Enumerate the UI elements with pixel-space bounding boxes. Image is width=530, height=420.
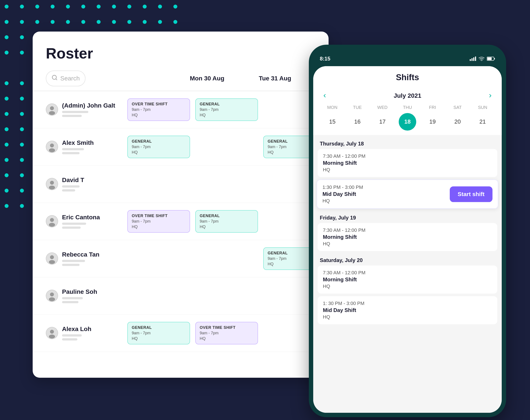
col-header-1: Tue 31 Aug [241, 75, 309, 82]
avatar [46, 178, 58, 190]
shift-item-location: HQ [323, 284, 365, 289]
svg-rect-26 [475, 57, 476, 61]
person-bar-2 [62, 227, 81, 229]
shift-badge[interactable]: GENERAL 9am - 7pm HQ [195, 210, 258, 233]
shift-time: 9am - 7pm [200, 331, 254, 335]
shift-day-header: Saturday, July 20 [318, 254, 497, 265]
person-bar-2 [62, 338, 77, 340]
calendar-day-labels: MONTUEWEDTHUFRISATSUN [320, 105, 495, 110]
shift-location: HQ [132, 150, 186, 155]
person-cell-3: Eric Cantona [46, 214, 125, 229]
person-bar-2 [62, 115, 82, 117]
shift-badge[interactable]: GENERAL 9am - 7pm HQ [127, 322, 190, 344]
svg-point-4 [49, 111, 55, 115]
cal-day-label: TUE [349, 105, 366, 110]
svg-point-6 [50, 144, 54, 147]
cal-day-label: SAT [449, 105, 466, 110]
shift-location: HQ [200, 225, 254, 229]
day-cell-0: GENERAL 9am - 7pm HQ [125, 318, 193, 348]
svg-rect-25 [473, 58, 474, 61]
cal-date-17[interactable]: 17 [374, 113, 391, 130]
svg-point-15 [50, 255, 54, 259]
avatar [46, 290, 58, 302]
shift-location: HQ [200, 336, 254, 341]
col-header-0: Mon 30 Aug [173, 75, 241, 82]
day-cell-0 [125, 292, 193, 299]
day-cell-0 [125, 244, 193, 274]
cal-day-label: MON [324, 105, 341, 110]
calendar-month: July 2021 [394, 92, 421, 99]
svg-point-12 [50, 218, 54, 222]
shift-badge[interactable]: OVER TIME SHIFT 9am - 7pm HQ [127, 98, 190, 121]
person-name: David T [62, 177, 84, 184]
search-box[interactable]: Search [46, 71, 86, 86]
start-shift-button[interactable]: Start shift [450, 186, 493, 202]
day-cell-1 [193, 244, 261, 274]
shift-time: 9am - 7pm [132, 107, 186, 112]
svg-rect-24 [471, 58, 472, 61]
cal-date-18[interactable]: 18 [399, 113, 416, 130]
person-info: Alexa Loh [62, 326, 91, 340]
prev-month-button[interactable] [320, 91, 329, 101]
svg-rect-29 [487, 58, 492, 60]
shift-item[interactable]: 1: 30 PM - 3:00 PM Mid Day Shift HQ [318, 296, 497, 324]
cal-day-label: THU [399, 105, 416, 110]
shift-time: 9am - 7pm [132, 145, 186, 149]
cal-date-16[interactable]: 16 [349, 113, 366, 130]
cal-date-15[interactable]: 15 [324, 113, 341, 130]
cal-date-20[interactable]: 20 [449, 113, 466, 130]
day-cell-1 [193, 132, 261, 162]
shift-badge[interactable]: GENERAL 9am - 7pm HQ [127, 136, 190, 158]
day-cell-0: OVER TIME SHIFT 9am - 7pm HQ [125, 95, 193, 124]
svg-point-27 [481, 60, 482, 61]
person-bar-2 [62, 301, 78, 303]
person-info: (Admin) John Galt [62, 102, 115, 117]
next-month-button[interactable] [486, 91, 495, 101]
shift-item-location: HQ [323, 314, 365, 320]
shift-item-info: 7:30 AM - 12:00 PM Morning Shift HQ [323, 153, 365, 173]
shift-type: OVER TIME SHIFT [132, 102, 186, 106]
person-bar-1 [62, 148, 84, 150]
day-cell-1: GENERAL 9am - 7pm HQ [193, 95, 261, 124]
person-cell-2: David T [46, 177, 125, 191]
person-bar-1 [62, 297, 83, 299]
shift-item-time: 1:30 PM - 3:00 PM [323, 184, 363, 190]
cal-day-label: SUN [474, 105, 491, 110]
phone-time: 8:15 [320, 56, 330, 62]
cal-date-19[interactable]: 19 [424, 113, 441, 130]
person-name: Pauline Soh [62, 288, 97, 295]
shift-location: HQ [200, 113, 254, 117]
shift-location: HQ [132, 225, 186, 229]
table-row: Pauline Soh [33, 277, 329, 315]
person-bar-2 [62, 264, 80, 266]
cal-date-21[interactable]: 21 [474, 113, 491, 130]
person-name: Rebecca Tan [62, 251, 100, 258]
shift-item[interactable]: 7:30 AM - 12:00 PM Morning Shift HQ [318, 149, 497, 177]
shift-badge[interactable]: OVER TIME SHIFT 9am - 7pm HQ [127, 210, 190, 233]
person-name: Alexa Loh [62, 326, 91, 333]
day-cells [125, 292, 329, 299]
shift-item-location: HQ [323, 198, 363, 204]
table-row: David T [33, 166, 329, 203]
phone-mockup: 8:15 [309, 45, 506, 417]
phone-screen: Shifts July 2021 [313, 66, 502, 413]
avatar [46, 252, 58, 265]
shift-highlighted-card: 1:30 PM - 3:00 PM Mid Day Shift HQ Start… [317, 179, 498, 209]
shift-item[interactable]: 7:30 AM - 12:00 PM Morning Shift HQ [318, 223, 497, 251]
scene: Roster Search Mon 30 AugTue 31 AugWed 1 … [24, 18, 506, 402]
shift-badge[interactable]: OVER TIME SHIFT 9am - 7pm HQ [195, 322, 258, 344]
shift-badge[interactable]: GENERAL 9am - 7pm HQ [195, 98, 258, 121]
day-cells: GENERAL 9am - 7pm HQ [125, 244, 329, 274]
shift-item-name: Morning Shift [323, 160, 365, 166]
svg-line-1 [56, 79, 57, 80]
calendar-dates[interactable]: 15161718192021 [320, 113, 495, 130]
day-cell-1: GENERAL 9am - 7pm HQ [193, 207, 261, 236]
person-name: (Admin) John Galt [62, 102, 115, 109]
person-cell-0: (Admin) John Galt [46, 102, 125, 117]
person-info: David T [62, 177, 84, 191]
shift-type: OVER TIME SHIFT [200, 325, 254, 330]
svg-rect-23 [470, 59, 471, 61]
shift-item-info: 1: 30 PM - 3:00 PM Mid Day Shift HQ [323, 301, 365, 320]
shift-item[interactable]: 7:30 AM - 12:00 PM Morning Shift HQ [318, 265, 497, 294]
svg-point-19 [49, 297, 55, 301]
